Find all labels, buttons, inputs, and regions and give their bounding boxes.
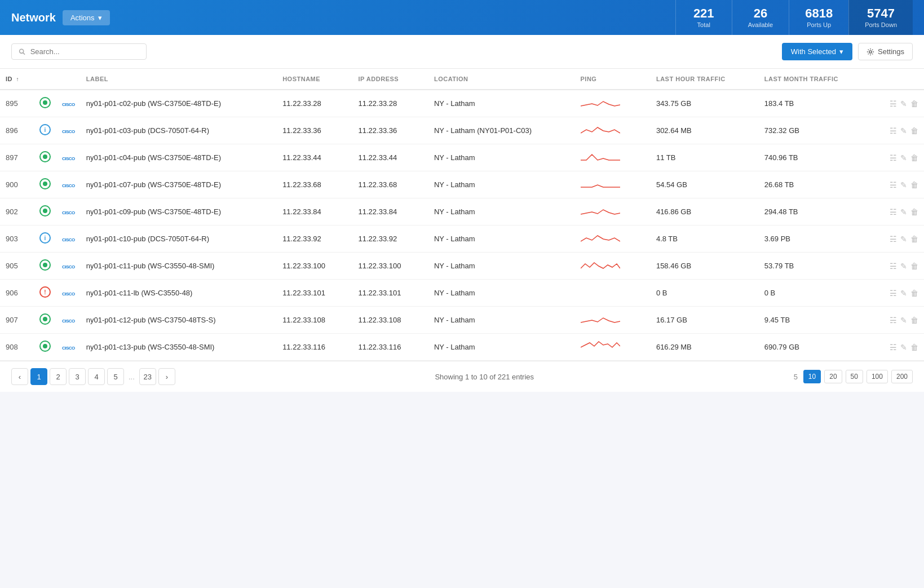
per-page-option-100[interactable]: 100: [866, 370, 888, 383]
delete-icon[interactable]: 🗑: [910, 235, 918, 244]
cell-actions: ☵ ✎ 🗑: [873, 198, 924, 226]
search-icon: [19, 48, 26, 56]
cell-location: NY - Latham: [428, 253, 575, 280]
edit-icon[interactable]: ✎: [900, 235, 907, 244]
cell-label: ny01-p01-c02-pub (WS-C3750E-48TD-E): [81, 90, 277, 117]
cell-label: ny01-p01-c11-lb (WS-C3550-48): [81, 280, 277, 307]
copy-icon[interactable]: ☵: [890, 316, 897, 325]
table-row: 902 CISCO ny01-p01-c09-pub (WS-C3750E-48…: [0, 198, 924, 226]
cell-location: NY - Latham: [428, 334, 575, 361]
cell-ping: [575, 253, 651, 280]
table-body: 895 CISCO ny01-p01-c02-pub (WS-C3750E-48…: [0, 90, 924, 361]
with-selected-button[interactable]: With Selected ▾: [782, 43, 852, 60]
delete-icon[interactable]: 🗑: [910, 316, 918, 325]
per-page-option-200[interactable]: 200: [891, 370, 913, 383]
edit-icon[interactable]: ✎: [900, 207, 907, 216]
copy-icon[interactable]: ☵: [890, 180, 897, 189]
cell-actions: ☵ ✎ 🗑: [873, 171, 924, 198]
pagination-bar: ‹12345...23› Showing 1 to 10 of 221 entr…: [0, 361, 924, 392]
cell-status: i: [34, 226, 56, 253]
cell-id: 896: [0, 117, 34, 144]
copy-icon[interactable]: ☵: [890, 289, 897, 298]
edit-icon[interactable]: ✎: [900, 316, 907, 325]
prev-page-button[interactable]: ‹: [11, 368, 28, 385]
edit-icon[interactable]: ✎: [900, 99, 907, 108]
page-button-1[interactable]: 1: [30, 368, 47, 385]
settings-button[interactable]: Settings: [858, 43, 913, 60]
next-page-button[interactable]: ›: [158, 368, 175, 385]
edit-icon[interactable]: ✎: [900, 153, 907, 162]
copy-icon[interactable]: ☵: [890, 126, 897, 135]
table-row: 895 CISCO ny01-p01-c02-pub (WS-C3750E-48…: [0, 90, 924, 117]
per-page-option-50[interactable]: 50: [846, 370, 863, 383]
delete-icon[interactable]: 🗑: [910, 289, 918, 298]
search-input[interactable]: [30, 47, 139, 56]
cell-ip: 11.22.33.101: [353, 280, 428, 307]
cell-actions: ☵ ✎ 🗑: [873, 334, 924, 361]
cell-ip: 11.22.33.100: [353, 253, 428, 280]
copy-icon[interactable]: ☵: [890, 235, 897, 244]
cell-vendor: CISCO: [56, 280, 81, 307]
per-page-option-20[interactable]: 20: [824, 370, 842, 383]
cell-last-month: 294.48 TB: [759, 198, 873, 226]
cell-ping: [575, 198, 651, 226]
pagination-pages: ‹12345...23›: [11, 368, 175, 385]
toolbar: With Selected ▾ Settings: [0, 35, 924, 69]
cell-last-month: 53.79 TB: [759, 253, 873, 280]
cell-ping: [575, 334, 651, 361]
col-last-hour: LAST HOUR TRAFFIC: [651, 69, 759, 90]
edit-icon[interactable]: ✎: [900, 343, 907, 352]
cell-id: 897: [0, 144, 34, 171]
edit-icon[interactable]: ✎: [900, 180, 907, 189]
delete-icon[interactable]: 🗑: [910, 343, 918, 352]
copy-icon[interactable]: ☵: [890, 343, 897, 352]
network-table: ID ↑ LABEL HOSTNAME IP ADDRESS LOCATION …: [0, 69, 924, 361]
page-title: Network: [11, 11, 56, 24]
copy-icon[interactable]: ☵: [890, 262, 897, 271]
cell-status: [34, 90, 56, 117]
cell-last-hour: 4.8 TB: [651, 226, 759, 253]
delete-icon[interactable]: 🗑: [910, 126, 918, 135]
delete-icon[interactable]: 🗑: [910, 180, 918, 189]
cell-id: 905: [0, 253, 34, 280]
table-row: 906 ! CISCO ny01-p01-c11-lb (WS-C3550-48…: [0, 280, 924, 307]
cell-hostname: 11.22.33.36: [277, 117, 352, 144]
delete-icon[interactable]: 🗑: [910, 99, 918, 108]
page-button-23[interactable]: 23: [139, 368, 156, 385]
cell-location: NY - Latham: [428, 280, 575, 307]
edit-icon[interactable]: ✎: [900, 126, 907, 135]
cell-location: NY - Latham: [428, 198, 575, 226]
cell-last-hour: 616.29 MB: [651, 334, 759, 361]
per-page-selector: 5102050100200: [794, 370, 913, 383]
delete-icon[interactable]: 🗑: [910, 262, 918, 271]
cell-status: [34, 334, 56, 361]
col-last-month: LAST MONTH TRAFFIC: [759, 69, 873, 90]
cell-hostname: 11.22.33.44: [277, 144, 352, 171]
cell-ip: 11.22.33.84: [353, 198, 428, 226]
cell-id: 895: [0, 90, 34, 117]
svg-point-12: [43, 209, 47, 213]
copy-icon[interactable]: ☵: [890, 153, 897, 162]
svg-point-20: [43, 317, 47, 321]
copy-icon[interactable]: ☵: [890, 207, 897, 216]
cell-vendor: CISCO: [56, 144, 81, 171]
cell-label: ny01-p01-c10-pub (DCS-7050T-64-R): [81, 226, 277, 253]
edit-icon[interactable]: ✎: [900, 262, 907, 271]
svg-text:i: i: [45, 127, 46, 133]
cell-actions: ☵ ✎ 🗑: [873, 280, 924, 307]
page-button-4[interactable]: 4: [88, 368, 105, 385]
page-button-3[interactable]: 3: [69, 368, 86, 385]
cell-hostname: 11.22.33.28: [277, 90, 352, 117]
actions-button[interactable]: Actions ▾: [63, 10, 110, 25]
page-button-5[interactable]: 5: [107, 368, 124, 385]
delete-icon[interactable]: 🗑: [910, 153, 918, 162]
per-page-option-10[interactable]: 10: [803, 370, 821, 383]
copy-icon[interactable]: ☵: [890, 99, 897, 108]
delete-icon[interactable]: 🗑: [910, 207, 918, 216]
stat-box-ports-down: 5747Ports Down: [848, 0, 913, 35]
cell-status: [34, 253, 56, 280]
page-button-2[interactable]: 2: [50, 368, 67, 385]
cell-ip: 11.22.33.28: [353, 90, 428, 117]
col-id[interactable]: ID ↑: [0, 69, 34, 90]
edit-icon[interactable]: ✎: [900, 289, 907, 298]
